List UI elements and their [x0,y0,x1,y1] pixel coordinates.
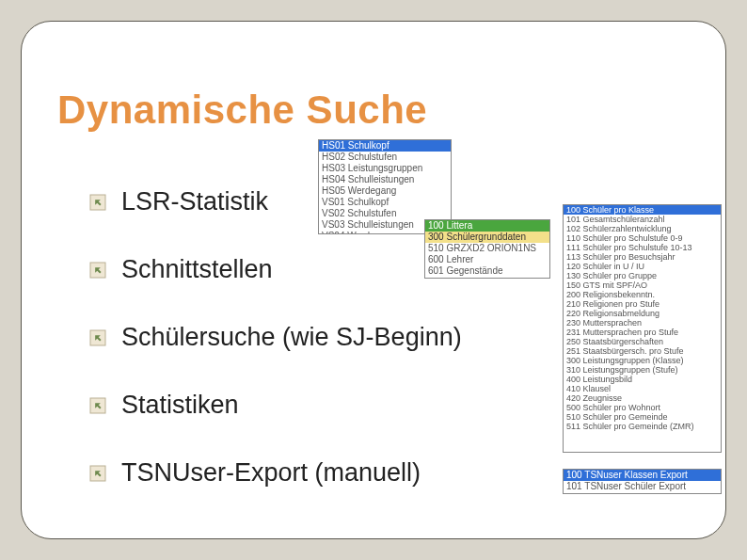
bullet-icon [89,329,106,346]
list-row: 410 Klausel [564,384,721,393]
bullet-text: Schülersuche (wie SJ-Beginn) [121,323,462,352]
bullet-icon [89,194,106,211]
list-row: 500 Schüler pro Wohnort [564,403,721,412]
list-row: HS05 Werdegang [319,185,451,197]
list-row: HS04 Schulleistungen [319,174,451,185]
list-row: 420 Zeugnisse [564,393,721,403]
list-row: 511 Schüler pro Gemeinde (ZMR) [564,422,721,431]
bullet-text: Statistiken [121,391,239,420]
list-row: 200 Religionsbekenntn. [564,290,721,299]
list-row: 110 Schüler pro Schulstufe 0-9 [564,233,721,243]
bullet-text: TSNUser-Export (manuell) [121,458,421,488]
list-row: 120 Schüler in U / IU [564,262,721,271]
list-row: 300 Leistungsgruppen (Klasse) [564,356,721,365]
bullet-item: Schülersuche (wie SJ-Beginn) [89,303,462,371]
panel-statistiken: 100 Schüler pro Klasse101 Gesamtschülera… [563,204,722,453]
slide-title: Dynamische Suche [57,88,427,133]
bullet-text: Schnittstellen [121,255,273,284]
list-row: 101 TSNuser Schüler Export [564,481,721,492]
bullet-icon [89,465,106,482]
list-row: 100 Littera [425,220,549,232]
list-row: 600 Lehrer [425,254,549,265]
list-row: 130 Schüler pro Gruppe [564,271,721,280]
list-row: HS01 Schulkopf [319,140,451,152]
list-row: 100 Schüler pro Klasse [564,205,721,215]
slide-frame: Dynamische Suche LSR-Statistik Schnittst… [21,21,726,539]
bullet-icon [89,262,106,279]
list-row: 300 Schülergrunddaten [425,232,549,243]
list-row: 230 Muttersprachen [564,318,721,328]
list-row: 231 Muttersprachen pro Stufe [564,328,721,337]
bullet-item: Schnittstellen [89,235,462,303]
list-row: 601 Gegenstände [425,265,549,277]
list-row: 510 Schüler pro Gemeinde [564,412,721,422]
list-row: 150 GTS mit SPF/AO [564,280,721,290]
list-row: 100 TSNuser Klassen Export [564,470,721,481]
list-row: 210 Religionen pro Stufe [564,299,721,309]
bullet-item: Statistiken [89,371,462,439]
list-row: 510 GRZXD2 ORION1NS [425,243,549,254]
panel-schnittstellen: 100 Littera300 Schülergrunddaten510 GRZX… [424,219,550,279]
list-row: HS03 Leistungsgruppen [319,163,451,174]
list-row: 220 Religionsabmeldung [564,309,721,318]
list-row: 101 Gesamtschüleranzahl [564,215,721,224]
list-row: 111 Schüler pro Schulstufe 10-13 [564,243,721,252]
list-row: 250 Staatsbürgerschaften [564,337,721,346]
list-row: 102 Schülerzahlentwicklung [564,224,721,233]
list-row: 251 Staatsbürgersch. pro Stufe [564,346,721,356]
list-row: VS02 Schulstufen [319,208,451,219]
list-row: 113 Schüler pro Besuchsjahr [564,252,721,262]
list-row: 310 Leistungsgruppen (Stufe) [564,365,721,375]
bullet-text: LSR-Statistik [121,187,268,216]
list-row: HS02 Schulstufen [319,152,451,163]
list-row: 400 Leistungsbild [564,375,721,384]
bullet-item: TSNUser-Export (manuell) [89,439,462,506]
bullet-icon [89,397,106,414]
list-row: VS01 Schulkopf [319,197,451,208]
panel-tsnuser: 100 TSNuser Klassen Export101 TSNuser Sc… [563,469,722,494]
